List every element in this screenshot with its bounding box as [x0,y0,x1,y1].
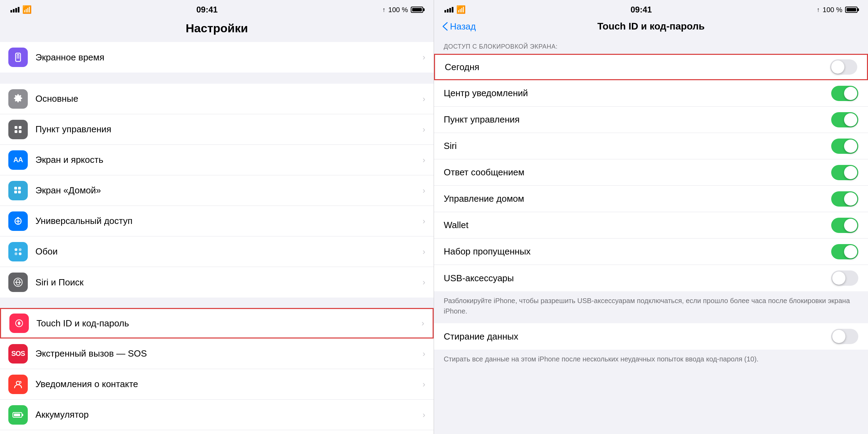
list-item-control-center[interactable]: Пункт управления › [0,114,434,145]
list-item-contact-notif[interactable]: Уведомления о контакте › [0,369,434,400]
toggle-notifications[interactable]: Центр уведомлений [434,80,868,107]
battery-icon [411,7,423,13]
today-label: Сегодня [445,62,830,73]
right-status-bar: 📶 09:41 ↑ 100 % [434,0,868,18]
chevron-icon: › [423,247,425,257]
screen-time-label: Экранное время [35,52,420,63]
list-item-general[interactable]: Основные › [0,84,434,114]
toggle-missed-calls[interactable]: Набор пропущенных [434,239,868,265]
aa-text: AA [14,156,23,164]
chevron-icon: › [423,410,425,420]
home-control-toggle[interactable] [831,191,858,207]
settings-list: Экранное время › Основные › [0,42,434,434]
svg-point-18 [15,252,17,255]
right-location-icon: ↑ [817,6,820,14]
toggle-reply-message[interactable]: Ответ сообщением [434,159,868,186]
control-center-toggle[interactable] [831,112,858,127]
settings-group-1: Экранное время › [0,42,434,73]
toggle-erase-data[interactable]: Стирание данных [434,323,868,350]
screen-time-icon [8,48,28,67]
usb-footer: Разблокируйте iPhone, чтобы разрешить US… [434,291,868,323]
home-screen-label: Экран «Домой» [35,185,420,196]
lock-screen-toggles: Сегодня Центр уведомлений Пункт упра [434,54,868,291]
notifications-toggle[interactable] [831,86,858,101]
control-center-label: Пункт управления [35,124,420,135]
signal-icon [10,7,19,12]
settings-group-3: Touch ID и код-пароль › SOS Экстренный в… [0,308,434,434]
usb-toggle[interactable] [831,270,858,286]
accessibility-label: Универсальный доступ [35,216,420,226]
svg-rect-8 [14,187,17,190]
chevron-icon: › [423,379,425,389]
home-screen-icon [8,181,28,200]
contact-notif-icon [8,375,28,394]
chevron-icon: › [423,125,425,134]
right-content: ДОСТУП С БЛОКИРОВКОЙ ЭКРАНА: Сегодня Цен… [434,37,868,434]
sos-icon: SOS [8,344,28,364]
control-center-icon [8,120,28,139]
siri-label: Siri и Поиск [35,277,420,288]
svg-point-16 [15,248,17,251]
list-item-screen-time[interactable]: Экранное время › [0,42,434,73]
svg-rect-6 [15,130,17,133]
right-nav: Назад Touch ID и код-пароль [434,18,868,37]
usb-label: USB-аксессуары [444,273,831,284]
right-wifi-icon: 📶 [456,5,466,14]
settings-title: Настройки [0,18,434,42]
list-item-battery[interactable]: Аккумулятор › [0,400,434,430]
erase-section: Стирание данных [434,323,868,350]
chevron-icon: › [423,349,425,359]
wallpaper-icon [8,242,28,261]
battery-settings-icon [8,405,28,425]
list-item-sos[interactable]: SOS Экстренный вызов — SOS › [0,339,434,369]
list-item-display[interactable]: AA Экран и яркость › [0,145,434,175]
toggle-wallet[interactable]: Wallet [434,212,868,239]
svg-rect-11 [18,191,21,193]
svg-rect-1 [17,55,19,59]
wallet-label: Wallet [444,220,831,231]
display-icon: AA [8,150,28,170]
right-battery-icon [845,7,858,13]
svg-point-19 [19,252,22,255]
sos-label: Экстренный вызов — SOS [35,348,420,359]
chevron-icon: › [423,52,425,62]
svg-point-17 [19,248,22,251]
chevron-icon: › [423,277,425,287]
svg-rect-30 [22,414,23,416]
left-time: 09:41 [196,5,217,15]
battery-label: Аккумулятор [35,409,420,420]
touch-id-label: Touch ID и код-пароль [36,318,419,329]
erase-footer: Стирать все данные на этом iPhone после … [434,350,868,371]
list-item-home-screen[interactable]: Экран «Домой» › [0,175,434,206]
wifi-icon: 📶 [22,5,32,14]
chevron-icon: › [422,318,424,328]
home-control-label: Управление домом [444,193,831,204]
list-item-accessibility[interactable]: Универсальный доступ › [0,206,434,236]
list-item-privacy[interactable]: Конфиденциальность › [0,430,434,434]
list-item-touch-id[interactable]: Touch ID и код-пароль › [0,308,434,339]
list-item-siri[interactable]: Siri и Поиск › [0,267,434,298]
right-time: 09:41 [631,5,652,15]
reply-message-toggle[interactable] [831,165,858,180]
svg-rect-10 [14,191,17,193]
location-icon: ↑ [382,6,385,14]
erase-data-label: Стирание данных [444,331,831,342]
today-toggle[interactable] [830,59,857,75]
toggle-siri[interactable]: Siri [434,133,868,159]
toggle-control-center[interactable]: Пункт управления [434,107,868,133]
wallet-toggle[interactable] [831,218,858,233]
erase-data-toggle[interactable] [831,329,858,344]
toggle-home-control[interactable]: Управление домом [434,186,868,212]
toggle-today[interactable]: Сегодня [434,54,868,80]
back-button[interactable]: Назад [442,21,484,32]
chevron-icon: › [423,94,425,104]
right-battery-label: 100 % [823,6,842,14]
list-item-wallpaper[interactable]: Обои › [0,236,434,267]
siri-toggle[interactable] [831,139,858,154]
settings-panel: 📶 09:41 ↑ 100 % Настройки [0,0,434,434]
chevron-icon: › [423,216,425,226]
left-status-bar: 📶 09:41 ↑ 100 % [0,0,434,18]
missed-calls-label: Набор пропущенных [444,246,831,257]
missed-calls-toggle[interactable] [831,244,858,259]
toggle-usb[interactable]: USB-аксессуары [434,265,868,291]
